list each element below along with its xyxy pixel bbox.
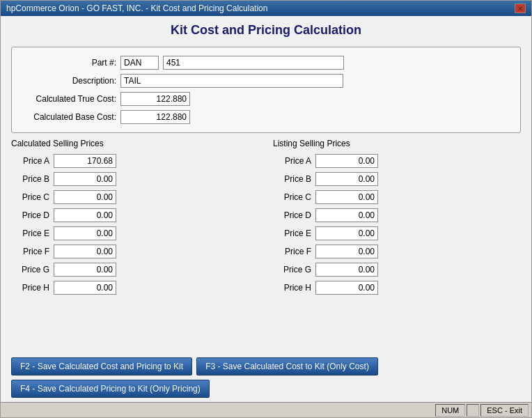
calc-price-b-input[interactable] [54,172,116,186]
part-label: Part #: [26,58,116,68]
list-price-d-row: Price D [273,208,521,222]
true-cost-input[interactable] [120,92,190,106]
list-price-h-input[interactable] [315,281,378,295]
calc-price-e-label: Price E [11,229,49,238]
base-cost-row: Calculated Base Cost: [26,110,506,124]
list-price-a-input[interactable] [315,154,378,168]
calc-price-f-input[interactable] [54,245,116,258]
calc-price-e-row: Price E [11,226,259,240]
calc-price-h-row: Price H [11,281,259,295]
part-prefix-input[interactable] [120,56,159,70]
list-price-c-row: Price C [273,190,521,204]
list-price-h-row: Price H [273,281,521,295]
f4-button[interactable]: F4 - Save Calculated Pricing to Kit (Onl… [11,380,210,398]
list-price-e-input[interactable] [315,226,378,240]
list-price-b-row: Price B [273,172,521,186]
calculated-prices-title: Calculated Selling Prices [11,139,259,148]
description-input[interactable] [120,74,343,88]
calc-price-a-row: Price A [11,154,259,168]
listing-prices-title: Listing Selling Prices [273,139,521,148]
main-content: Kit Cost and Pricing Calculation Part #:… [1,16,531,353]
list-price-f-input[interactable] [315,245,378,258]
spacer-status [467,404,479,417]
list-price-d-input[interactable] [315,208,378,222]
status-bar: NUM ESC - Exit [1,402,531,417]
list-price-d-label: Price D [273,210,311,220]
calc-price-c-input[interactable] [54,190,116,204]
calc-price-f-label: Price F [11,247,49,256]
calc-price-d-label: Price D [11,210,49,220]
base-cost-label: Calculated Base Cost: [26,112,116,122]
page-title: Kit Cost and Pricing Calculation [11,23,521,38]
listing-prices-group: Listing Selling Prices Price A Price B P… [273,139,521,346]
calc-price-b-label: Price B [11,174,49,184]
list-price-b-input[interactable] [315,172,378,186]
calc-price-g-row: Price G [11,263,259,277]
true-cost-row: Calculated True Cost: [26,92,506,106]
calculated-prices-group: Calculated Selling Prices Price A Price … [11,139,259,346]
calc-price-h-input[interactable] [54,281,116,295]
calc-price-a-label: Price A [11,156,49,166]
description-label: Description: [26,76,116,86]
list-price-g-label: Price G [273,265,311,274]
part-row: Part #: [26,56,506,70]
list-price-g-row: Price G [273,263,521,277]
calc-price-g-input[interactable] [54,263,116,277]
calc-price-e-input[interactable] [54,226,116,240]
calc-price-b-row: Price B [11,172,259,186]
list-price-e-label: Price E [273,229,311,238]
description-row: Description: [26,74,506,88]
title-bar: hpCommerce Orion - GO FAST, INC. - Kit C… [1,1,531,16]
list-price-c-input[interactable] [315,190,378,204]
f2-button[interactable]: F2 - Save Calculated Cost and Pricing to… [11,357,192,376]
list-price-f-label: Price F [273,247,311,256]
list-price-a-label: Price A [273,156,311,166]
list-price-f-row: Price F [273,245,521,258]
calc-price-c-row: Price C [11,190,259,204]
f3-button[interactable]: F3 - Save Calculated Cost to Kit (Only C… [196,357,378,376]
true-cost-label: Calculated True Cost: [26,94,116,104]
prices-section: Calculated Selling Prices Price A Price … [11,139,521,346]
calc-price-f-row: Price F [11,245,259,258]
list-price-g-input[interactable] [315,263,378,277]
title-bar-text: hpCommerce Orion - GO FAST, INC. - Kit C… [6,3,267,13]
calc-price-h-label: Price H [11,283,49,293]
list-price-h-label: Price H [273,283,311,293]
calc-price-d-row: Price D [11,208,259,222]
esc-status: ESC - Exit [480,404,529,417]
list-price-b-label: Price B [273,174,311,184]
list-price-e-row: Price E [273,226,521,240]
calc-price-d-input[interactable] [54,208,116,222]
part-number-input[interactable] [163,56,344,70]
list-price-c-label: Price C [273,192,311,202]
base-cost-input[interactable] [120,110,190,124]
main-window: hpCommerce Orion - GO FAST, INC. - Kit C… [0,0,532,418]
buttons-section: F2 - Save Calculated Cost and Pricing to… [1,353,531,402]
num-status: NUM [435,404,465,417]
top-section: Part #: Description: Calculated True Cos… [11,47,521,133]
close-button[interactable]: ✕ [515,3,526,13]
calc-price-a-input[interactable] [54,154,116,168]
calc-price-c-label: Price C [11,192,49,202]
list-price-a-row: Price A [273,154,521,168]
calc-price-g-label: Price G [11,265,49,274]
